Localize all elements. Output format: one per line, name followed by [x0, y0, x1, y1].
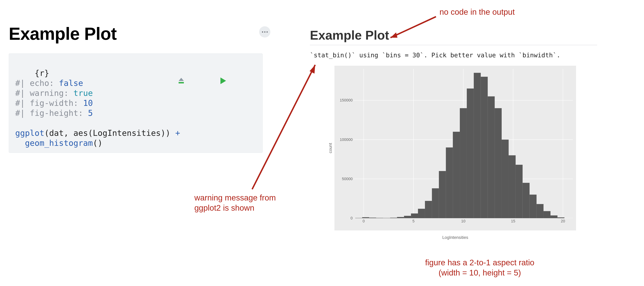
- svg-rect-27: [460, 108, 467, 218]
- svg-rect-21: [418, 209, 425, 218]
- svg-marker-43: [390, 33, 398, 38]
- svg-marker-45: [310, 65, 315, 74]
- source-panel: Example Plot {r} #| echo: false #| warni…: [9, 25, 263, 153]
- annotation-aspect-ratio: figure has a 2-to-1 aspect ratio (width …: [408, 258, 552, 278]
- svg-rect-30: [481, 77, 488, 218]
- svg-rect-22: [425, 201, 432, 218]
- svg-rect-26: [453, 132, 460, 218]
- code-chunk[interactable]: {r} #| echo: false #| warning: true #| f…: [9, 54, 263, 153]
- x-tick-label: 20: [561, 219, 565, 223]
- arrow-no-code-icon: [384, 13, 440, 43]
- svg-rect-36: [523, 183, 530, 218]
- svg-rect-35: [516, 165, 523, 218]
- warning-message: `stat_bin()` using `bins = 30`. Pick bet…: [310, 52, 597, 59]
- svg-rect-18: [397, 217, 404, 218]
- svg-rect-20: [411, 213, 418, 218]
- code-line: {r} #| echo: false #| warning: true #| f…: [15, 68, 180, 148]
- x-tick-label: 15: [511, 219, 515, 223]
- svg-rect-32: [495, 108, 502, 218]
- plot-panel: [354, 69, 573, 218]
- y-tick-label: 100000: [340, 137, 353, 142]
- y-tick-label: 50000: [342, 177, 353, 181]
- svg-rect-24: [439, 171, 446, 218]
- annotation-no-code: no code in the output: [440, 7, 515, 17]
- arrow-warning-icon: [249, 58, 322, 193]
- svg-rect-15: [376, 218, 383, 218]
- svg-marker-0: [178, 78, 184, 81]
- x-tick-label: 0: [362, 219, 365, 223]
- plot-container: count LogIntensities 0500001000001500000…: [334, 66, 597, 230]
- x-axis-label: LogIntensities: [334, 235, 576, 240]
- svg-line-44: [252, 65, 315, 189]
- x-tick-label: 10: [461, 219, 466, 223]
- svg-rect-28: [467, 89, 474, 218]
- source-title: Example Plot: [9, 25, 263, 43]
- svg-rect-25: [446, 147, 453, 218]
- svg-rect-41: [558, 217, 564, 218]
- svg-rect-31: [488, 96, 495, 218]
- x-tick-label: 5: [412, 219, 414, 223]
- histogram-plot: count LogIntensities 0500001000001500000…: [334, 66, 576, 230]
- chunk-options-button[interactable]: [259, 26, 270, 38]
- svg-rect-34: [509, 155, 516, 218]
- svg-rect-16: [383, 218, 390, 218]
- svg-rect-13: [362, 217, 369, 218]
- svg-rect-37: [530, 194, 536, 218]
- y-tick-label: 0: [350, 216, 353, 220]
- svg-line-42: [390, 17, 436, 38]
- svg-marker-2: [220, 78, 226, 84]
- y-tick-label: 150000: [340, 98, 353, 103]
- svg-rect-23: [432, 188, 439, 218]
- output-title: Example Plot: [310, 28, 597, 45]
- svg-rect-29: [474, 73, 481, 218]
- rendered-output-panel: Example Plot `stat_bin()` using `bins = …: [310, 28, 597, 230]
- svg-rect-14: [369, 218, 376, 218]
- svg-rect-38: [536, 204, 544, 218]
- svg-rect-39: [544, 211, 550, 218]
- run-all-above-button[interactable]: [177, 57, 216, 105]
- svg-rect-1: [178, 82, 184, 83]
- svg-rect-12: [355, 218, 362, 218]
- svg-rect-33: [502, 140, 509, 218]
- svg-rect-19: [404, 216, 411, 218]
- svg-rect-40: [550, 215, 558, 218]
- svg-rect-17: [390, 218, 397, 218]
- y-axis-label: count: [328, 143, 333, 153]
- chunk-toolbar: [177, 57, 258, 105]
- annotation-warning-shown: warning message from ggplot2 is shown: [194, 193, 276, 213]
